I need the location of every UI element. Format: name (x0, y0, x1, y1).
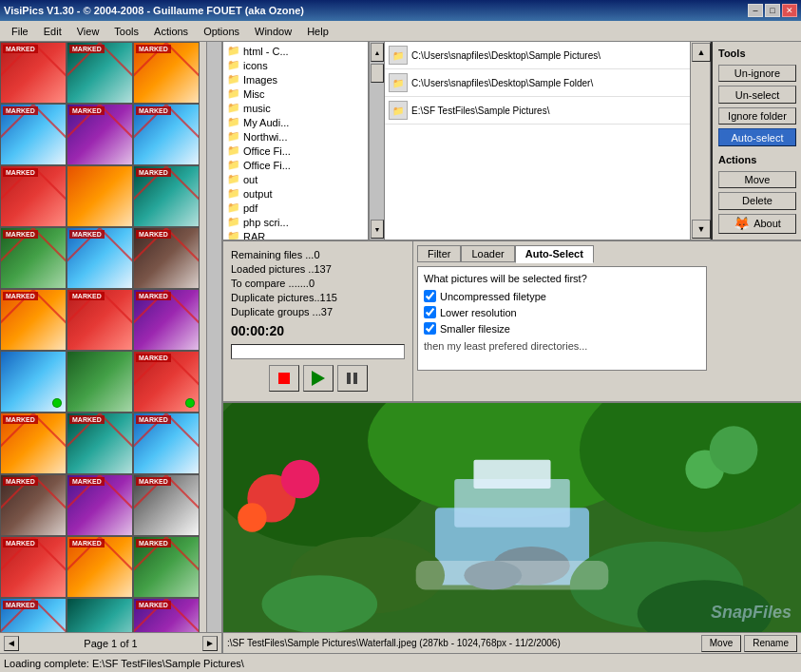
maximize-button[interactable]: □ (765, 4, 780, 17)
folder-item[interactable]: 📁Office Fi... (225, 158, 366, 172)
option-lower-res: Lower resolution (424, 306, 700, 318)
delete-btn[interactable]: Delete (718, 192, 796, 209)
list-item[interactable]: MARKED (133, 536, 200, 598)
list-item[interactable] (67, 165, 133, 227)
folder-item[interactable]: 📁Northwi... (225, 129, 366, 144)
list-item[interactable]: MARKED (67, 289, 133, 351)
list-item[interactable]: MARKED (67, 536, 133, 598)
list-item[interactable]: MARKED (133, 227, 200, 289)
play-icon (312, 371, 325, 386)
menu-view[interactable]: View (69, 24, 107, 39)
menu-window[interactable]: Window (247, 24, 299, 39)
pause-button[interactable] (337, 365, 368, 392)
list-item[interactable]: MARKED (0, 474, 67, 536)
folder-item[interactable]: 📁icons (225, 58, 366, 72)
list-item[interactable]: MARKED (133, 289, 200, 351)
folder-item[interactable]: 📁My Audi... (225, 115, 366, 129)
folder-item[interactable]: 📁Office Fi... (225, 144, 366, 158)
unignore-btn[interactable]: Un-ignore (718, 65, 796, 82)
folder-item[interactable]: 📁music (225, 101, 366, 115)
thumb-scrollbar[interactable] (206, 42, 221, 632)
actions-title: Actions (718, 154, 795, 165)
prev-page-btn[interactable]: ◄ (4, 636, 19, 651)
list-item[interactable]: MARKED (0, 536, 67, 598)
list-item[interactable]: MARKED (67, 227, 133, 289)
minimize-button[interactable]: – (748, 4, 763, 17)
folder-icon: 📁 (227, 59, 240, 71)
menu-options[interactable]: Options (196, 24, 247, 39)
checkbox-uncompressed[interactable] (424, 290, 436, 302)
list-item[interactable]: MARKED (0, 104, 67, 165)
tab-autoselect[interactable]: Auto-Select (515, 245, 594, 263)
path-scroll-btns: ▲ ▼ (690, 42, 711, 240)
menu-file[interactable]: File (4, 24, 36, 39)
thumbnail-grid: MARKEDMARKEDMARKEDMARKEDMARKEDMARKEDMARK… (0, 42, 206, 632)
folder-tree[interactable]: 📁html - C...📁icons📁Images📁Misc📁music📁My … (223, 42, 369, 240)
unselect-btn[interactable]: Un-select (718, 86, 796, 103)
list-item[interactable]: MARKED (133, 165, 200, 227)
folder-item[interactable]: 📁html - C... (225, 44, 366, 58)
menu-actions[interactable]: Actions (146, 24, 196, 39)
move-btn[interactable]: Move (718, 171, 796, 188)
folder-item[interactable]: 📁RAR (225, 229, 366, 240)
menu-tools[interactable]: Tools (106, 24, 146, 39)
rename-file-btn[interactable]: Rename (744, 635, 797, 652)
folder-item[interactable]: 📁php scri... (225, 215, 366, 229)
next-page-btn[interactable]: ► (202, 636, 218, 651)
list-item[interactable] (67, 598, 133, 632)
path-entry-2[interactable]: 📁 C:\Users\snapfiles\Desktop\Sample Fold… (385, 69, 690, 97)
list-item[interactable]: MARKED (0, 42, 67, 104)
menu-help[interactable]: Help (299, 24, 336, 39)
list-item[interactable]: MARKED (133, 351, 200, 413)
ignore-folder-btn[interactable]: Ignore folder (718, 107, 796, 125)
folder-icon: 📁 (227, 130, 240, 143)
play-button[interactable] (303, 365, 334, 392)
svg-rect-11 (473, 460, 550, 489)
label-smaller-size: Smaller filesize (440, 323, 510, 335)
list-item[interactable]: MARKED (0, 413, 67, 474)
folder-scrollbar[interactable]: ▲ ▼ (369, 42, 384, 240)
checkbox-lower-res[interactable] (424, 306, 436, 318)
tab-loader[interactable]: Loader (461, 245, 514, 262)
list-item[interactable]: MARKED (0, 165, 67, 227)
list-item[interactable]: MARKED (0, 227, 67, 289)
folder-item[interactable]: 📁Misc (225, 86, 366, 101)
list-item[interactable]: MARKED (0, 598, 67, 632)
list-item[interactable]: MARKED (67, 104, 133, 165)
list-item[interactable]: MARKED (0, 289, 67, 351)
checkbox-smaller-size[interactable] (424, 322, 436, 335)
status-text: Loading complete: E:\SF TestFiles\Sample… (4, 658, 244, 669)
playback-controls (231, 365, 405, 392)
list-item[interactable] (67, 351, 133, 413)
svg-point-5 (281, 460, 320, 499)
close-button[interactable]: ✕ (782, 4, 797, 17)
list-item[interactable]: MARKED (67, 474, 133, 536)
folder-item[interactable]: 📁out (225, 172, 366, 186)
list-item[interactable]: MARKED (133, 104, 200, 165)
tab-filter[interactable]: Filter (417, 245, 461, 262)
list-item[interactable]: MARKED (133, 42, 200, 104)
list-item[interactable]: MARKED (67, 42, 133, 104)
list-item[interactable]: MARKED (67, 413, 133, 474)
middle-row: Remaining files ...0 Loaded pictures ..1… (223, 241, 801, 403)
option-smaller-size: Smaller filesize (424, 322, 700, 335)
path-down-btn[interactable]: ▼ (692, 220, 711, 239)
path-entry-3[interactable]: 📁 E:\SF TestFiles\Sample Pictures\ (385, 97, 690, 125)
move-file-btn[interactable]: Move (701, 635, 741, 652)
path-up-btn[interactable]: ▲ (692, 43, 711, 62)
path-entry-1[interactable]: 📁 C:\Users\snapfiles\Desktop\Sample Pict… (385, 42, 690, 69)
folder-item[interactable]: 📁output (225, 186, 366, 201)
folder-item[interactable]: 📁pdf (225, 201, 366, 215)
stat-loaded: Loaded pictures ..137 (231, 263, 405, 275)
list-item[interactable]: MARKED (133, 598, 200, 632)
stat-duplicates: Duplicate pictures..115 (231, 292, 405, 303)
center-panel: 📁html - C...📁icons📁Images📁Misc📁music📁My … (223, 42, 801, 653)
auto-select-btn[interactable]: Auto-select (718, 128, 796, 145)
folder-item[interactable]: 📁Images (225, 72, 366, 86)
stop-button[interactable] (269, 365, 299, 392)
list-item[interactable]: MARKED (133, 474, 200, 536)
list-item[interactable] (0, 351, 67, 413)
about-btn[interactable]: 🦊 About (718, 214, 796, 234)
list-item[interactable]: MARKED (133, 413, 200, 474)
menu-edit[interactable]: Edit (36, 24, 69, 39)
